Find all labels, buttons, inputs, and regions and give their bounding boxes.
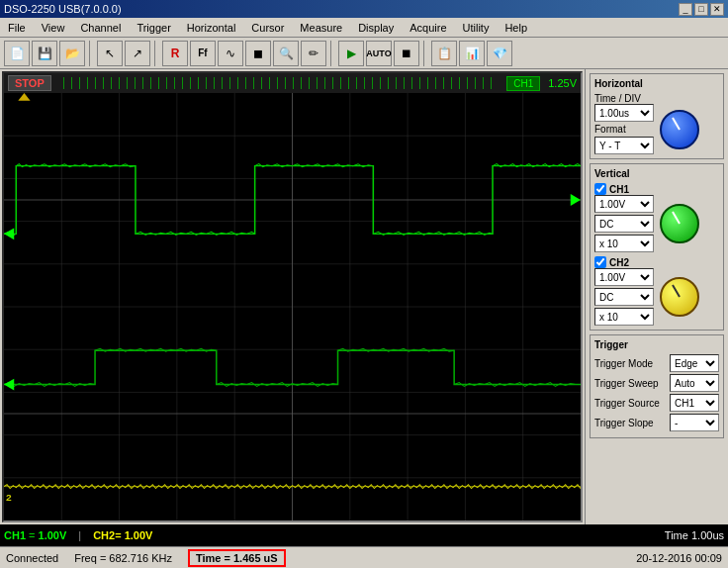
ch1-checkbox-row: CH1: [594, 183, 719, 195]
toolbar-sep3: [330, 41, 334, 66]
time-measure-display: Time = 1.465 uS: [188, 549, 286, 567]
ch1-controls: 1.00V 10mV20mV50mV 100mV200mV500mV 2.00V…: [594, 195, 654, 252]
horizontal-knob-row: 1.00us 10ns20ns50ns 100ns200ns500ns 2.00…: [594, 104, 719, 154]
toolbar-auto[interactable]: AUTO: [366, 41, 392, 66]
toolbar-pen[interactable]: ✏: [301, 41, 326, 66]
ch2-checkbox[interactable]: [594, 256, 606, 268]
trigger-wave: [59, 77, 499, 89]
maximize-button[interactable]: □: [694, 3, 708, 16]
time-div-select[interactable]: 1.00us 10ns20ns50ns 100ns200ns500ns 2.00…: [594, 104, 654, 122]
scope-status-bar: CH1 = 1.00V | CH2= 1.00V Time 1.00us: [0, 524, 728, 546]
vertical-section: Vertical CH1 1.00V 10mV20mV50mV 100mV200…: [590, 163, 724, 331]
ch2-voltage-select[interactable]: 1.00V 10mV20mV50mV 100mV200mV500mV 2.00V…: [594, 268, 654, 286]
window-title: DSO-2250 USB(7.0.0.0): [4, 3, 122, 15]
trigger-slope-label: Trigger Slope: [594, 418, 654, 428]
menu-help[interactable]: Help: [500, 20, 531, 36]
scope-display: STOP CH1 1.25V: [2, 71, 583, 522]
trigger-section: Trigger Trigger Mode EdgePulseVideoSlope…: [590, 334, 724, 438]
toolbar-run[interactable]: ▶: [338, 41, 364, 66]
horizontal-knob[interactable]: [660, 110, 699, 149]
toolbar-stop2[interactable]: ⏹: [394, 41, 419, 66]
ch2-status-label: CH2= 1.00V: [93, 529, 152, 541]
bottom-status-bar: Connected Freq = 682.716 KHz Time = 1.46…: [0, 546, 728, 568]
toolbar-save[interactable]: 💾: [32, 41, 57, 66]
toolbar-ff[interactable]: Ff: [190, 41, 216, 66]
menu-channel[interactable]: Channel: [76, 20, 125, 36]
toolbar-new[interactable]: 📄: [4, 41, 30, 66]
toolbar-cursor1[interactable]: ↖: [97, 41, 123, 66]
scope-topbar: STOP CH1 1.25V: [4, 73, 581, 93]
toolbar: 📄 💾 📂 ↖ ↗ R Ff ∿ ◼ 🔍 ✏ ▶ AUTO ⏹ 📋 📊 💎: [0, 38, 728, 69]
ch1-voltage-select[interactable]: 1.00V 10mV20mV50mV 100mV200mV500mV 2.00V…: [594, 195, 654, 213]
svg-text:2: 2: [6, 493, 12, 504]
trigger-sweep-label: Trigger Sweep: [594, 378, 659, 389]
ch1-knob-row: 1.00V 10mV20mV50mV 100mV200mV500mV 2.00V…: [594, 195, 719, 252]
toolbar-sep4: [423, 41, 427, 66]
toolbar-sep2: [154, 41, 158, 66]
time-div-label: Time / DIV: [594, 93, 719, 104]
voltage-reading: 1.25V: [548, 77, 577, 89]
menu-trigger[interactable]: Trigger: [133, 20, 174, 36]
menu-file[interactable]: File: [4, 20, 30, 36]
format-select[interactable]: Y - T X - Y: [594, 137, 654, 154]
menu-cursor[interactable]: Cursor: [247, 20, 288, 36]
ch1-status-label: CH1 = 1.00V: [4, 529, 66, 541]
toolbar-open[interactable]: 📂: [59, 41, 85, 66]
ch1-probe-select[interactable]: x 10x 1x 100: [594, 235, 654, 252]
menu-horizontal[interactable]: Horizontal: [183, 20, 240, 36]
toolbar-search[interactable]: 🔍: [273, 41, 299, 66]
scope-grid-svg: 2: [4, 93, 581, 521]
main-area: STOP CH1 1.25V: [0, 69, 728, 524]
trigger-source-label: Trigger Source: [594, 398, 660, 409]
ch1-coupling-select[interactable]: DCACGND: [594, 215, 654, 233]
ch2-controls: 1.00V 10mV20mV50mV 100mV200mV500mV 2.00V…: [594, 268, 654, 326]
connected-status: Connected: [6, 552, 58, 564]
minimize-button[interactable]: _: [679, 3, 692, 16]
toolbar-cursor2[interactable]: ↗: [125, 41, 150, 66]
ch2-probe-select[interactable]: x 10x 1x 100: [594, 308, 654, 326]
ch2-knob[interactable]: [660, 277, 699, 317]
close-button[interactable]: ✕: [710, 3, 724, 16]
ch1-label: CH1: [609, 184, 629, 195]
toolbar-panel2[interactable]: 📊: [459, 41, 485, 66]
trigger-slope-select[interactable]: -+: [670, 414, 719, 431]
title-bar-buttons[interactable]: _ □ ✕: [679, 3, 724, 16]
ch1-knob[interactable]: [660, 204, 699, 243]
frequency-display: Freq = 682.716 KHz: [74, 552, 172, 564]
trigger-mode-select[interactable]: EdgePulseVideoSlope: [670, 354, 719, 372]
vertical-title: Vertical: [594, 168, 719, 179]
toolbar-panel1[interactable]: 📋: [431, 41, 457, 66]
right-panel: Horizontal Time / DIV 1.00us 10ns20ns50n…: [585, 69, 728, 524]
menu-acquire[interactable]: Acquire: [406, 20, 450, 36]
trigger-source-select[interactable]: CH1CH2EXTEXT/5: [670, 394, 719, 412]
menu-measure[interactable]: Measure: [296, 20, 346, 36]
stop-button[interactable]: STOP: [8, 75, 51, 91]
trigger-title: Trigger: [594, 339, 719, 350]
ch1-knob-line: [672, 211, 681, 224]
waveform-container: 2: [4, 93, 581, 521]
horizontal-knob-line: [672, 117, 681, 130]
title-bar: DSO-2250 USB(7.0.0.0) _ □ ✕: [0, 0, 728, 18]
menu-utility[interactable]: Utility: [459, 20, 494, 36]
menu-bar: File View Channel Trigger Horizontal Cur…: [0, 18, 728, 38]
ch1-checkbox[interactable]: [594, 183, 606, 195]
ch1-badge: CH1: [506, 76, 540, 91]
time-status: Time 1.00us: [665, 529, 724, 541]
ch2-knob-row: 1.00V 10mV20mV50mV 100mV200mV500mV 2.00V…: [594, 268, 719, 326]
menu-view[interactable]: View: [38, 20, 69, 36]
trigger-mode-label: Trigger Mode: [594, 358, 653, 369]
toolbar-wave[interactable]: ∿: [218, 41, 243, 66]
ch2-checkbox-row: CH2: [594, 256, 719, 268]
ch2-knob-line: [672, 284, 681, 297]
trigger-sweep-select[interactable]: AutoNormalSingle: [670, 374, 719, 392]
date-display: 20-12-2016 00:09: [636, 552, 722, 564]
horizontal-title: Horizontal: [594, 78, 719, 89]
toolbar-r[interactable]: R: [162, 41, 188, 66]
toolbar-sep1: [89, 41, 93, 66]
ch2-label: CH2: [609, 257, 629, 268]
horizontal-controls: 1.00us 10ns20ns50ns 100ns200ns500ns 2.00…: [594, 104, 654, 154]
ch2-coupling-select[interactable]: DCACGND: [594, 288, 654, 306]
toolbar-usb[interactable]: 💎: [487, 41, 512, 66]
menu-display[interactable]: Display: [354, 20, 398, 36]
toolbar-stop[interactable]: ◼: [245, 41, 271, 66]
